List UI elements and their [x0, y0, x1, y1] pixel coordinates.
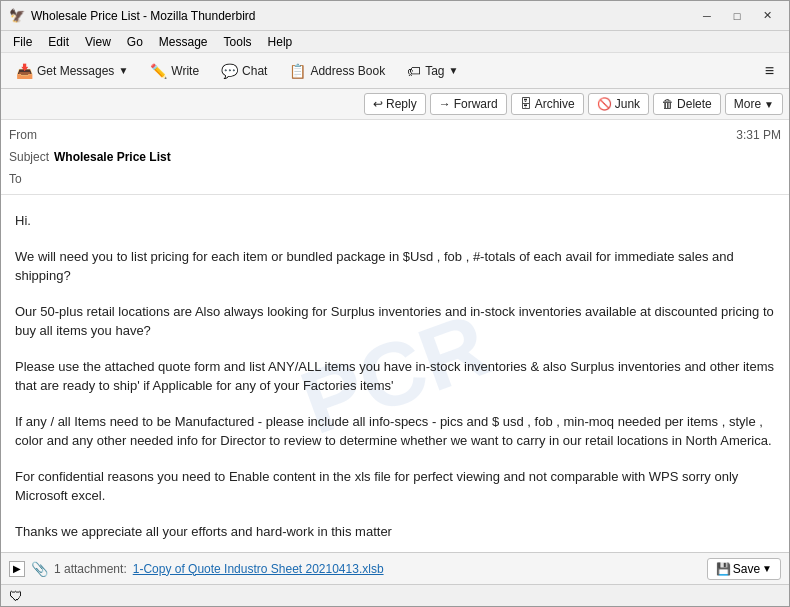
paragraph-4: Please use the attached quote form and l…: [15, 357, 775, 396]
more-label: More: [734, 97, 761, 111]
app-icon: 🦅: [9, 8, 25, 24]
window-title: Wholesale Price List - Mozilla Thunderbi…: [31, 9, 693, 23]
more-dropdown-icon: ▼: [764, 99, 774, 110]
window-controls: ─ □ ✕: [693, 5, 781, 27]
action-bar: ↩ Reply → Forward 🗄 Archive 🚫 Junk 🗑 Del…: [1, 89, 789, 120]
paragraph-7: Thanks we appreciate all your efforts an…: [15, 522, 775, 542]
reply-button[interactable]: ↩ Reply: [364, 93, 426, 115]
attachment-bar: ▶ 📎 1 attachment: 1-Copy of Quote Indust…: [1, 552, 789, 584]
get-messages-dropdown-icon: ▼: [118, 65, 128, 76]
get-messages-button[interactable]: 📥 Get Messages ▼: [7, 58, 137, 84]
email-body: PCR Hi. We will need you to list pricing…: [1, 195, 789, 552]
menu-help[interactable]: Help: [260, 33, 301, 51]
paragraph-6: For confidential reasons you need to Ena…: [15, 467, 775, 506]
subject-row: Subject Wholesale Price List: [9, 146, 781, 168]
chat-label: Chat: [242, 64, 267, 78]
chat-icon: 💬: [221, 63, 238, 79]
from-row: From 3:31 PM: [9, 124, 781, 146]
write-button[interactable]: ✏️ Write: [141, 58, 208, 84]
write-label: Write: [171, 64, 199, 78]
hamburger-menu-button[interactable]: ≡: [756, 57, 783, 85]
address-book-label: Address Book: [310, 64, 385, 78]
save-dropdown-icon: ▼: [762, 563, 772, 574]
minimize-button[interactable]: ─: [693, 5, 721, 27]
menu-tools[interactable]: Tools: [216, 33, 260, 51]
archive-label: Archive: [535, 97, 575, 111]
close-button[interactable]: ✕: [753, 5, 781, 27]
status-bar: 🛡: [1, 584, 789, 606]
reply-icon: ↩: [373, 97, 383, 111]
hamburger-icon: ≡: [765, 62, 774, 80]
junk-label: Junk: [615, 97, 640, 111]
to-row: To: [9, 168, 781, 190]
menu-message[interactable]: Message: [151, 33, 216, 51]
paragraph-3: Our 50-plus retail locations are Also al…: [15, 302, 775, 341]
tag-label: Tag: [425, 64, 444, 78]
address-book-button[interactable]: 📋 Address Book: [280, 58, 394, 84]
title-bar: 🦅 Wholesale Price List - Mozilla Thunder…: [1, 1, 789, 31]
attachment-count: 1 attachment:: [54, 562, 127, 576]
from-label: From: [9, 128, 54, 142]
get-messages-icon: 📥: [16, 63, 33, 79]
write-icon: ✏️: [150, 63, 167, 79]
attachment-icon: 📎: [31, 561, 48, 577]
menu-go[interactable]: Go: [119, 33, 151, 51]
menu-edit[interactable]: Edit: [40, 33, 77, 51]
junk-icon: 🚫: [597, 97, 612, 111]
more-button[interactable]: More ▼: [725, 93, 783, 115]
attachment-filename[interactable]: 1-Copy of Quote Industro Sheet 20210413.…: [133, 562, 384, 576]
save-button[interactable]: 💾 Save ▼: [707, 558, 781, 580]
delete-button[interactable]: 🗑 Delete: [653, 93, 721, 115]
status-icon: 🛡: [9, 588, 23, 604]
menu-file[interactable]: File: [5, 33, 40, 51]
get-messages-label: Get Messages: [37, 64, 114, 78]
subject-value: Wholesale Price List: [54, 150, 781, 164]
save-icon: 💾: [716, 562, 731, 576]
email-content-area: PCR Hi. We will need you to list pricing…: [1, 195, 789, 584]
paragraph-2: We will need you to list pricing for eac…: [15, 247, 775, 286]
tag-button[interactable]: 🏷 Tag ▼: [398, 58, 467, 84]
delete-icon: 🗑: [662, 97, 674, 111]
tag-icon: 🏷: [407, 63, 421, 79]
menu-bar: File Edit View Go Message Tools Help: [1, 31, 789, 53]
attachment-expand-button[interactable]: ▶: [9, 561, 25, 577]
chat-button[interactable]: 💬 Chat: [212, 58, 276, 84]
forward-label: Forward: [454, 97, 498, 111]
delete-label: Delete: [677, 97, 712, 111]
to-label: To: [9, 172, 54, 186]
maximize-button[interactable]: □: [723, 5, 751, 27]
archive-icon: 🗄: [520, 97, 532, 111]
forward-button[interactable]: → Forward: [430, 93, 507, 115]
paragraph-1: Hi.: [15, 211, 775, 231]
junk-button[interactable]: 🚫 Junk: [588, 93, 649, 115]
subject-label: Subject: [9, 150, 54, 164]
paragraph-5: If any / all Items need to be Manufactur…: [15, 412, 775, 451]
archive-button[interactable]: 🗄 Archive: [511, 93, 584, 115]
save-label: Save: [733, 562, 760, 576]
reply-label: Reply: [386, 97, 417, 111]
menu-view[interactable]: View: [77, 33, 119, 51]
toolbar: 📥 Get Messages ▼ ✏️ Write 💬 Chat 📋 Addre…: [1, 53, 789, 89]
email-body-content: Hi. We will need you to list pricing for…: [15, 211, 775, 541]
address-book-icon: 📋: [289, 63, 306, 79]
email-header: From 3:31 PM Subject Wholesale Price Lis…: [1, 120, 789, 195]
email-time: 3:31 PM: [736, 128, 781, 142]
forward-icon: →: [439, 97, 451, 111]
tag-dropdown-icon: ▼: [449, 65, 459, 76]
